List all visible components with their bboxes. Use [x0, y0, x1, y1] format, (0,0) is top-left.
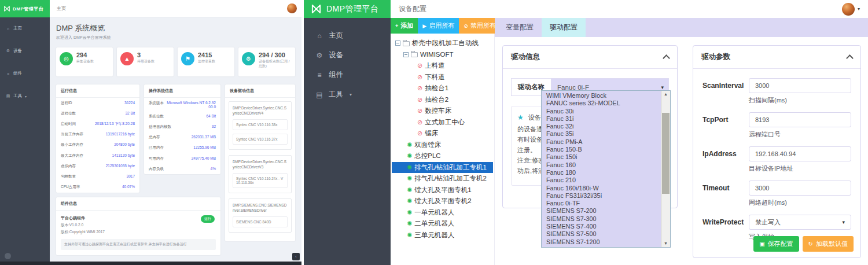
tree-node[interactable]: ✺排气孔/钻油孔加工专机2 — [392, 173, 493, 185]
dropdown-option[interactable]: Fanuc 35i — [542, 130, 661, 138]
stat-text: 294采集设备数 — [76, 51, 94, 64]
param-input[interactable]: 192.168.40.94 — [749, 146, 851, 161]
collapse-minus-icon[interactable] — [403, 52, 409, 57]
param-select[interactable]: 禁止写入▾ — [749, 215, 851, 230]
tree-node[interactable]: ⊘数控车床 — [392, 105, 493, 117]
sidebar-item-工具[interactable]: ▤工具▾ — [304, 85, 391, 104]
dropdown-option[interactable]: Fanuc 180 — [542, 169, 661, 176]
right-breadcrumb[interactable]: 设备配置 — [399, 4, 426, 14]
tree-node[interactable]: ✺镗大孔及平面专机2 — [392, 196, 493, 207]
component-version: 版本:V1.0.2.0 — [61, 223, 216, 228]
stat-license-icon: ⚙ — [242, 52, 255, 65]
info-row: 启动时间2018/12/13 下午8:20:28 — [56, 119, 139, 129]
scroll-up-icon[interactable]: ▲ — [661, 91, 670, 98]
info-label: 句柄数量 — [61, 174, 76, 179]
dropdown-option[interactable]: Fanuc 0i-TF — [542, 200, 661, 207]
chevron-up-icon[interactable] — [663, 54, 670, 62]
disabled-device-icon: ⊘ — [417, 85, 422, 91]
sidebar-item-组件[interactable]: ≡组件 — [304, 65, 391, 84]
left-topbar: 主页 — [50, 0, 301, 17]
load-defaults-button[interactable]: ↻ 加载默认值 — [803, 236, 854, 252]
tree-node[interactable]: ⊘锯床 — [392, 128, 493, 139]
left-breadcrumb[interactable]: 主页 — [57, 5, 66, 12]
dropdown-option[interactable]: Fanuc 150-B — [542, 146, 661, 153]
info-value: 204800 byte — [114, 142, 135, 148]
dropdown-option[interactable]: Fanuc 30i — [542, 108, 661, 115]
save-config-button[interactable]: ▣ 保存配置 — [753, 236, 799, 252]
dropdown-option[interactable]: Fanuc 210 — [542, 176, 661, 184]
home-icon: ⌂ — [315, 32, 323, 40]
disabled-device-icon: ⊘ — [417, 74, 422, 80]
dropdown-option[interactable]: SIEMENS S7-200 — [542, 207, 661, 215]
dropdown-option[interactable]: Fanuc 31i — [542, 115, 661, 123]
dropdown-option[interactable]: Fanuc 160i/180i-W — [542, 185, 661, 192]
device-tree: 桥壳中段机加工自动线WIMISOFT⊘上料道⊘下料道⊘抽检台1⊘抽检台2⊘数控车… — [391, 34, 494, 241]
tree-node[interactable]: ⊘立式加工中心 — [392, 117, 493, 128]
tree-node[interactable]: WIMISOFT — [392, 49, 493, 61]
enabled-device-icon: ✺ — [407, 232, 412, 238]
dropdown-option[interactable]: FANUC series 32i-MODEL — [542, 100, 661, 107]
dropdown-option[interactable]: SIEMENS S7-500 — [542, 230, 661, 238]
scrollbar-thumb[interactable] — [662, 113, 670, 194]
enabled-device-icon: ✺ — [407, 164, 412, 171]
disable-all-button[interactable]: ⊘ 禁用所有 — [459, 18, 501, 34]
left-user-avatar[interactable] — [287, 3, 297, 13]
info-row: 当前工作内存1319017216 byte — [56, 130, 139, 140]
tab-variable-config[interactable]: 变量配置 — [498, 18, 542, 37]
tree-node[interactable]: 桥壳中段机加工自动线 — [392, 38, 493, 49]
tree-node[interactable]: ✺一单元机器人 — [392, 207, 493, 219]
user-menu[interactable]: ▾ — [842, 3, 860, 16]
dropdown-option[interactable]: SIEMENS S7-400 — [542, 223, 661, 230]
info-row: 进程位数32 Bit — [56, 108, 139, 119]
sidebar-item-工具[interactable]: ▤工具▾ — [0, 93, 50, 99]
sidebar-item-主页[interactable]: ⌂主页 — [0, 25, 50, 31]
dropdown-option[interactable]: SIEMENS S7-300 — [542, 215, 661, 223]
tree-node[interactable]: ⊘下料道 — [392, 72, 493, 83]
os-info-title: 操作系统信息 — [144, 84, 220, 98]
note-text-line: 功后,将清 — [517, 167, 545, 174]
sidebar-item-主页[interactable]: ⌂主页 — [304, 26, 391, 45]
dropdown-option[interactable]: Fanuc PMi-A — [542, 138, 661, 146]
driver-params-panel-header[interactable]: 驱动参数 — [693, 46, 860, 69]
stat-card: ◎294采集设备数 — [56, 47, 113, 76]
dropdown-option[interactable]: Fanuc 150i — [542, 153, 661, 161]
param-input[interactable]: 3000 — [749, 181, 851, 196]
sidebar-item-设备[interactable]: ⚙设备 — [304, 46, 391, 65]
sidebar-item-设备[interactable]: ⚙设备 — [0, 48, 50, 54]
tab-driver-config[interactable]: 驱动配置 — [542, 18, 586, 37]
tree-node[interactable]: ✺双面镗床 — [392, 139, 493, 151]
tree-node[interactable]: ✺镗大孔及平面专机1 — [392, 185, 493, 196]
dropdown-option[interactable]: SIEMENS S7-1200 — [542, 238, 661, 246]
add-device-button[interactable]: + 添加 — [391, 18, 418, 34]
tree-node[interactable]: ⊘抽检台2 — [392, 94, 493, 106]
info-row: 最大工作内存1413120 byte — [56, 150, 139, 161]
stat-label: 设备授权点数(已用 / 总数) — [259, 59, 292, 68]
user-avatar[interactable] — [842, 3, 855, 16]
collapse-minus-icon[interactable] — [395, 41, 400, 46]
info-label: 可用内存 — [149, 156, 164, 161]
dropdown-option[interactable]: Fanuc 160 — [542, 161, 661, 169]
tree-node[interactable]: ✺总控PLC — [392, 150, 493, 162]
dropdown-option[interactable]: Fanuc 32i — [542, 123, 661, 130]
driver-info-panel-header[interactable]: 驱动信息 — [503, 46, 677, 69]
dropdown-option[interactable]: WIMI VMemory Block — [542, 92, 661, 100]
tree-node[interactable]: ✺二单元机器人 — [392, 218, 493, 230]
param-input[interactable]: 3000 — [749, 78, 851, 93]
dropdown-option[interactable]: Fanuc FS31i/32i/35i — [542, 192, 661, 200]
tree-node[interactable]: ⊘上料道 — [392, 60, 493, 72]
component-info-title: 组件信息 — [56, 197, 220, 211]
dropdown-scrollbar[interactable]: ▲ ▼ — [661, 91, 670, 247]
left-sidebar-help-icon[interactable] — [5, 253, 11, 259]
folder-icon — [411, 52, 418, 57]
components-icon: ≡ — [315, 71, 323, 79]
tree-node[interactable]: ⊘抽检台1 — [392, 83, 493, 94]
note-text-line: 注意:修改 — [517, 157, 545, 164]
chevron-up-icon[interactable] — [846, 54, 854, 62]
sidebar-item-组件[interactable]: ≡组件 — [0, 71, 50, 76]
scroll-down-icon[interactable]: ▼ — [661, 240, 670, 247]
tree-node[interactable]: ✺排气孔/钻油孔加工专机1 — [392, 162, 493, 174]
tree-node[interactable]: ✺三单元机器人 — [392, 230, 493, 241]
right-device-config-screen: DMP管理平台 设备配置 ▾ ⌂主页⚙设备≡组件▤工具▾ + 添加 ▶ 启用所有… — [304, 0, 868, 265]
enable-all-button[interactable]: ▶ 启用所有 — [418, 18, 459, 34]
param-input[interactable]: 8193 — [749, 112, 851, 127]
